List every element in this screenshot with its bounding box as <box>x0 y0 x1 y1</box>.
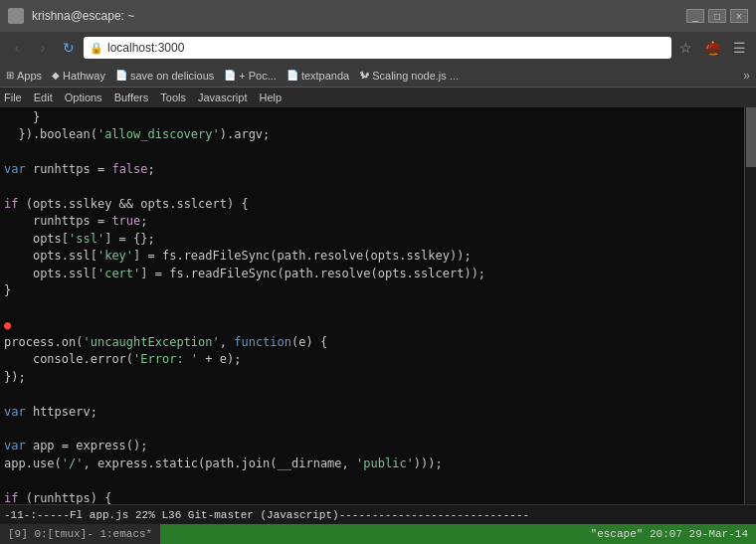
apps-icon: ⊞ <box>6 70 14 81</box>
tmux-info: "escape" 20:07 29-Mar-14 <box>583 528 756 540</box>
scrollbar-thumb[interactable] <box>746 107 756 167</box>
forward-button[interactable]: › <box>32 37 54 59</box>
browser-menu-button[interactable]: ☰ <box>729 40 750 56</box>
bookmark-textpanda-label: textpanda <box>301 70 349 82</box>
tmux-right-label: "escape" 20:07 29-Mar-14 <box>591 528 748 540</box>
poc-icon: 📄 <box>224 70 236 81</box>
bookmark-scaling-label: Scaling node.js ... <box>372 70 459 82</box>
bookmarks-bar: ⊞ Apps ◆ Hathway 📄 save on delicious 📄 +… <box>0 64 756 88</box>
window-title: krishna@escape: ~ <box>32 9 678 23</box>
editor-menubar: File Edit Options Buffers Tools Javascri… <box>0 88 756 107</box>
bookmark-poc[interactable]: 📄 + Poc... <box>224 70 277 82</box>
browser-toolbar: ‹ › ↻ 🔒 localhost:3000 ☆ 🌰 ☰ <box>0 32 756 64</box>
menu-javascript[interactable]: Javascript <box>198 91 248 103</box>
tmux-sessions: [9] 0:[tmux]- 1:emacs* <box>0 524 160 544</box>
back-button[interactable]: ‹ <box>6 37 28 59</box>
menu-options[interactable]: Options <box>65 91 102 103</box>
acorn-button[interactable]: 🌰 <box>700 40 725 56</box>
address-icon: 🔒 <box>90 42 103 55</box>
statusbar-text: -11-:-----Fl app.js 22% L36 Git-master (… <box>4 509 752 521</box>
close-button[interactable]: × <box>730 9 748 23</box>
window-controls: _ □ × <box>686 9 748 23</box>
address-bar[interactable]: 🔒 localhost:3000 <box>84 37 671 59</box>
delicious-icon: 📄 <box>115 70 127 81</box>
scrollbar[interactable] <box>744 107 756 504</box>
bookmark-scaling[interactable]: 🐿 Scaling node.js ... <box>359 70 459 82</box>
code-content: } }).boolean('allow_discovery').argv; va… <box>4 109 740 504</box>
maximize-button[interactable]: □ <box>708 9 726 23</box>
code-editor[interactable]: } }).boolean('allow_discovery').argv; va… <box>0 107 744 504</box>
bookmark-star-button[interactable]: ☆ <box>675 40 696 56</box>
bookmark-textpanda[interactable]: 📄 textpanda <box>286 70 349 82</box>
bookmarks-more-button[interactable]: » <box>743 69 750 83</box>
bookmark-delicious-label: save on delicious <box>130 70 214 82</box>
minimize-button[interactable]: _ <box>686 9 704 23</box>
terminal-icon <box>8 8 24 24</box>
menu-tools[interactable]: Tools <box>160 91 186 103</box>
menu-file[interactable]: File <box>4 91 22 103</box>
bookmark-apps-label: Apps <box>17 70 42 82</box>
textpanda-icon: 📄 <box>286 70 298 81</box>
bookmark-delicious[interactable]: 📄 save on delicious <box>115 70 214 82</box>
refresh-button[interactable]: ↻ <box>58 37 80 59</box>
scaling-icon: 🐿 <box>359 70 369 81</box>
address-text: localhost:3000 <box>107 41 184 55</box>
menu-help[interactable]: Help <box>260 91 283 103</box>
hathway-icon: ◆ <box>52 70 60 81</box>
editor-wrapper: } }).boolean('allow_discovery').argv; va… <box>0 107 756 504</box>
bookmark-hathway[interactable]: ◆ Hathway <box>52 70 105 82</box>
editor-statusbar: -11-:-----Fl app.js 22% L36 Git-master (… <box>0 504 756 524</box>
tmux-bar: [9] 0:[tmux]- 1:emacs* "escape" 20:07 29… <box>0 524 756 544</box>
titlebar: krishna@escape: ~ _ □ × <box>0 0 756 32</box>
bookmark-poc-label: + Poc... <box>239 70 277 82</box>
menu-buffers[interactable]: Buffers <box>114 91 149 103</box>
bookmark-hathway-label: Hathway <box>63 70 105 82</box>
tmux-left-label: [9] 0:[tmux]- 1:emacs* <box>8 528 152 540</box>
menu-edit[interactable]: Edit <box>34 91 53 103</box>
bookmark-apps[interactable]: ⊞ Apps <box>6 70 42 82</box>
